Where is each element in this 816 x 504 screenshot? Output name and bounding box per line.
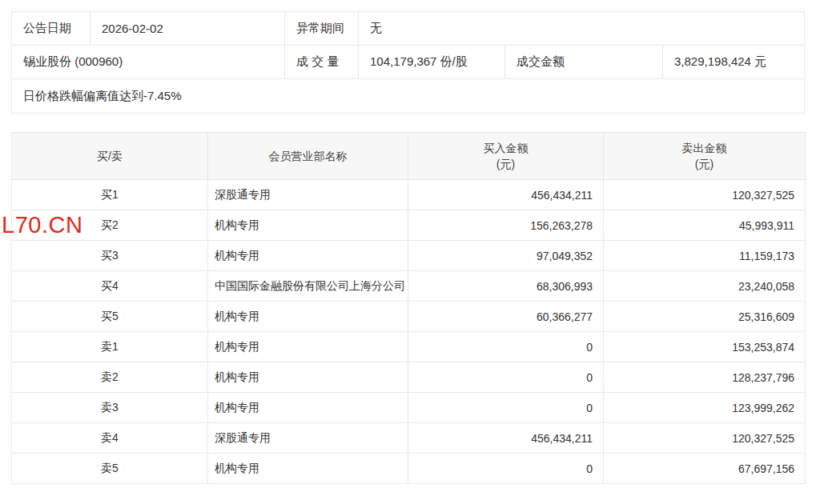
buy-amount-cell: 156,263,278 <box>408 210 604 241</box>
header-buy-unit: (元) <box>496 158 515 170</box>
info-row-announce: 公告日期 2026-02-02 异常期间 无 <box>12 12 804 46</box>
volume-value: 104,179,367 份/股 <box>359 46 505 78</box>
buy-amount-cell: 456,434,211 <box>408 180 604 210</box>
turnover-label: 成交金额 <box>505 46 663 78</box>
buy-amount-cell: 0 <box>408 362 604 393</box>
buy-amount-cell: 0 <box>408 393 604 423</box>
table-row: 卖3 机构专用 0 123,999,262 <box>12 393 806 423</box>
side-cell: 卖5 <box>12 454 208 484</box>
page: 公告日期 2026-02-02 异常期间 无 锡业股份 (000960) 成 交… <box>0 0 816 504</box>
sell-amount-cell: 128,237,796 <box>604 362 806 393</box>
table-row: 卖5 机构专用 0 67,697,156 <box>12 454 806 484</box>
table-row: 买3 机构专用 97,049,352 11,159,173 <box>12 241 806 271</box>
info-row-volume: 锡业股份 (000960) 成 交 量 104,179,367 份/股 成交金额… <box>12 46 804 79</box>
sell-amount-cell: 67,697,156 <box>604 454 806 484</box>
sell-amount-cell: 23,240,058 <box>604 271 806 302</box>
broker-cell: 机构专用 <box>208 332 408 362</box>
sell-amount-cell: 120,327,525 <box>604 423 806 454</box>
broker-table-header: 买/卖 会员营业部名称 买入金额 (元) 卖出金额 (元) <box>12 133 806 180</box>
table-row: 卖4 深股通专用 456,434,211 120,327,525 <box>12 423 806 454</box>
sell-amount-cell: 120,327,525 <box>604 180 806 210</box>
volume-label: 成 交 量 <box>285 46 359 78</box>
header-sell-unit: (元) <box>695 158 713 170</box>
broker-table: 买/卖 会员营业部名称 买入金额 (元) 卖出金额 (元) 买1 深股通专用 4… <box>11 132 806 484</box>
table-row: 买2 机构专用 156,263,278 45,993,911 <box>12 210 806 241</box>
header-buy-amount: 买入金额 (元) <box>408 133 604 180</box>
broker-cell: 机构专用 <box>208 454 408 484</box>
broker-cell: 机构专用 <box>208 393 408 423</box>
abnormal-period-label: 异常期间 <box>285 12 359 45</box>
abnormal-period-value: 无 <box>359 12 804 45</box>
broker-cell: 深股通专用 <box>208 423 408 454</box>
abnormal-reason-text: 日价格跌幅偏离值达到-7.45% <box>12 79 804 113</box>
side-cell: 买1 <box>12 180 208 210</box>
buy-amount-cell: 68,306,993 <box>408 271 604 302</box>
broker-cell: 机构专用 <box>208 210 408 241</box>
stock-name: 锡业股份 (000960) <box>12 46 285 78</box>
watermark-text: L70.CN <box>2 213 82 238</box>
sell-amount-cell: 45,993,911 <box>604 210 806 241</box>
turnover-value: 3,829,198,424 元 <box>663 46 804 78</box>
side-cell: 卖2 <box>12 362 208 393</box>
buy-amount-cell: 0 <box>408 454 604 484</box>
header-sell-label: 卖出金额 <box>682 142 727 154</box>
table-body: 买1 深股通专用 456,434,211 120,327,525 买2 机构专用… <box>12 180 806 484</box>
sell-amount-cell: 153,253,874 <box>604 332 806 362</box>
side-cell: 买3 <box>12 241 208 271</box>
broker-cell: 中国国际金融股份有限公司上海分公司 <box>208 271 408 302</box>
side-cell: 买4 <box>12 271 208 302</box>
sell-amount-cell: 123,999,262 <box>604 393 806 423</box>
buy-amount-cell: 60,366,277 <box>408 302 604 332</box>
table-row: 买1 深股通专用 456,434,211 120,327,525 <box>12 180 806 210</box>
header-buy-label: 买入金额 <box>484 142 529 154</box>
sell-amount-cell: 25,316,609 <box>604 302 806 332</box>
header-broker: 会员营业部名称 <box>208 133 408 180</box>
sell-amount-cell: 11,159,173 <box>604 241 806 271</box>
info-row-reason: 日价格跌幅偏离值达到-7.45% <box>12 79 804 113</box>
table-row: 买5 机构专用 60,366,277 25,316,609 <box>12 302 806 332</box>
buy-amount-cell: 97,049,352 <box>408 241 604 271</box>
buy-amount-cell: 456,434,211 <box>408 423 604 454</box>
header-side: 买/卖 <box>12 133 208 180</box>
broker-cell: 机构专用 <box>208 362 408 393</box>
side-cell: 卖1 <box>12 332 208 362</box>
table-row: 买4 中国国际金融股份有限公司上海分公司 68,306,993 23,240,0… <box>12 271 806 302</box>
side-cell: 卖3 <box>12 393 208 423</box>
broker-cell: 机构专用 <box>208 302 408 332</box>
stock-info-box: 公告日期 2026-02-02 异常期间 无 锡业股份 (000960) 成 交… <box>11 11 805 114</box>
broker-cell: 机构专用 <box>208 241 408 271</box>
announce-date-label: 公告日期 <box>12 12 90 45</box>
table-row: 卖1 机构专用 0 153,253,874 <box>12 332 806 362</box>
side-cell: 卖4 <box>12 423 208 454</box>
broker-cell: 深股通专用 <box>208 180 408 210</box>
header-sell-amount: 卖出金额 (元) <box>604 133 806 180</box>
table-row: 卖2 机构专用 0 128,237,796 <box>12 362 806 393</box>
buy-amount-cell: 0 <box>408 332 604 362</box>
announce-date-value: 2026-02-02 <box>90 12 285 45</box>
side-cell: 买5 <box>12 302 208 332</box>
